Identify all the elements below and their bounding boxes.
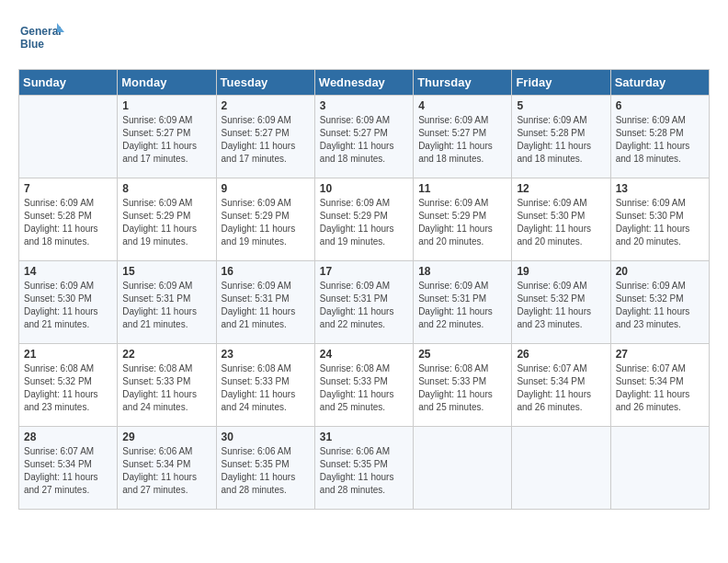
day-info: Sunrise: 6:08 AM Sunset: 5:33 PM Dayligh… [320, 362, 408, 414]
day-number: 5 [517, 99, 605, 112]
day-info: Sunrise: 6:09 AM Sunset: 5:29 PM Dayligh… [320, 197, 408, 248]
calendar-week-row: 1Sunrise: 6:09 AM Sunset: 5:27 PM Daylig… [19, 96, 710, 178]
calendar-cell: 9Sunrise: 6:09 AM Sunset: 5:29 PM Daylig… [216, 178, 314, 261]
calendar-cell: 21Sunrise: 6:08 AM Sunset: 5:32 PM Dayli… [19, 344, 118, 427]
day-number: 11 [418, 182, 506, 195]
day-number: 16 [222, 265, 310, 278]
day-number: 28 [24, 431, 112, 443]
day-number: 1 [122, 99, 210, 112]
calendar-cell: 11Sunrise: 6:09 AM Sunset: 5:29 PM Dayli… [414, 178, 512, 261]
day-number: 4 [418, 99, 506, 112]
day-info: Sunrise: 6:09 AM Sunset: 5:29 PM Dayligh… [418, 197, 506, 248]
day-number: 25 [418, 348, 506, 361]
calendar-cell: 20Sunrise: 6:09 AM Sunset: 5:32 PM Dayli… [610, 261, 709, 344]
calendar-cell: 4Sunrise: 6:09 AM Sunset: 5:27 PM Daylig… [414, 96, 512, 178]
day-number: 17 [320, 265, 408, 278]
day-number: 19 [517, 265, 605, 278]
calendar-cell: 5Sunrise: 6:09 AM Sunset: 5:28 PM Daylig… [512, 96, 610, 178]
logo-svg: General Blue [18, 18, 64, 60]
calendar-cell: 16Sunrise: 6:09 AM Sunset: 5:31 PM Dayli… [216, 261, 314, 344]
calendar-cell: 23Sunrise: 6:08 AM Sunset: 5:33 PM Dayli… [216, 344, 314, 427]
logo: General Blue [18, 18, 64, 60]
calendar-cell: 2Sunrise: 6:09 AM Sunset: 5:27 PM Daylig… [216, 96, 314, 178]
day-info: Sunrise: 6:09 AM Sunset: 5:30 PM Dayligh… [616, 197, 704, 248]
calendar-cell [610, 427, 709, 510]
calendar-cell [414, 427, 512, 510]
day-info: Sunrise: 6:09 AM Sunset: 5:29 PM Dayligh… [122, 197, 210, 248]
calendar-cell: 30Sunrise: 6:06 AM Sunset: 5:35 PM Dayli… [216, 427, 314, 510]
calendar-cell: 6Sunrise: 6:09 AM Sunset: 5:28 PM Daylig… [610, 96, 709, 178]
day-info: Sunrise: 6:09 AM Sunset: 5:30 PM Dayligh… [24, 280, 112, 331]
calendar-cell: 15Sunrise: 6:09 AM Sunset: 5:31 PM Dayli… [118, 261, 216, 344]
day-info: Sunrise: 6:09 AM Sunset: 5:27 PM Dayligh… [222, 114, 310, 166]
day-info: Sunrise: 6:06 AM Sunset: 5:34 PM Dayligh… [122, 445, 210, 497]
column-header-sunday: Sunday [19, 70, 118, 96]
calendar-cell: 18Sunrise: 6:09 AM Sunset: 5:31 PM Dayli… [414, 261, 512, 344]
calendar-cell: 31Sunrise: 6:06 AM Sunset: 5:35 PM Dayli… [314, 427, 413, 510]
calendar-cell: 26Sunrise: 6:07 AM Sunset: 5:34 PM Dayli… [512, 344, 610, 427]
column-header-thursday: Thursday [414, 70, 512, 96]
calendar-cell: 24Sunrise: 6:08 AM Sunset: 5:33 PM Dayli… [314, 344, 413, 427]
day-info: Sunrise: 6:07 AM Sunset: 5:34 PM Dayligh… [517, 362, 605, 414]
day-number: 21 [24, 348, 112, 361]
column-header-wednesday: Wednesday [314, 70, 413, 96]
day-number: 29 [122, 431, 210, 443]
day-number: 24 [320, 348, 408, 361]
day-number: 31 [320, 431, 408, 443]
column-header-tuesday: Tuesday [216, 70, 314, 96]
day-number: 9 [222, 182, 310, 195]
day-number: 2 [222, 99, 310, 112]
day-info: Sunrise: 6:09 AM Sunset: 5:31 PM Dayligh… [418, 280, 506, 331]
day-number: 14 [24, 265, 112, 278]
column-header-saturday: Saturday [610, 70, 709, 96]
day-number: 8 [122, 182, 210, 195]
day-number: 3 [320, 99, 408, 112]
day-info: Sunrise: 6:09 AM Sunset: 5:27 PM Dayligh… [418, 114, 506, 166]
day-info: Sunrise: 6:09 AM Sunset: 5:32 PM Dayligh… [616, 280, 704, 331]
day-info: Sunrise: 6:06 AM Sunset: 5:35 PM Dayligh… [320, 445, 408, 497]
calendar-week-row: 14Sunrise: 6:09 AM Sunset: 5:30 PM Dayli… [19, 261, 710, 344]
calendar-cell [512, 427, 610, 510]
calendar-cell: 12Sunrise: 6:09 AM Sunset: 5:30 PM Dayli… [512, 178, 610, 261]
calendar-header-row: SundayMondayTuesdayWednesdayThursdayFrid… [19, 70, 710, 96]
page-header: General Blue [18, 18, 710, 60]
day-info: Sunrise: 6:09 AM Sunset: 5:29 PM Dayligh… [222, 197, 310, 248]
calendar-cell [19, 96, 118, 178]
calendar-cell: 13Sunrise: 6:09 AM Sunset: 5:30 PM Dayli… [610, 178, 709, 261]
column-header-friday: Friday [512, 70, 610, 96]
calendar-cell: 29Sunrise: 6:06 AM Sunset: 5:34 PM Dayli… [118, 427, 216, 510]
day-number: 15 [122, 265, 210, 278]
day-number: 13 [616, 182, 704, 195]
calendar-cell: 7Sunrise: 6:09 AM Sunset: 5:28 PM Daylig… [19, 178, 118, 261]
calendar-cell: 3Sunrise: 6:09 AM Sunset: 5:27 PM Daylig… [314, 96, 413, 178]
calendar-table: SundayMondayTuesdayWednesdayThursdayFrid… [18, 69, 710, 510]
calendar-week-row: 7Sunrise: 6:09 AM Sunset: 5:28 PM Daylig… [19, 178, 710, 261]
calendar-cell: 17Sunrise: 6:09 AM Sunset: 5:31 PM Dayli… [314, 261, 413, 344]
day-info: Sunrise: 6:09 AM Sunset: 5:31 PM Dayligh… [122, 280, 210, 331]
day-info: Sunrise: 6:09 AM Sunset: 5:28 PM Dayligh… [24, 197, 112, 248]
day-info: Sunrise: 6:08 AM Sunset: 5:33 PM Dayligh… [418, 362, 506, 414]
day-info: Sunrise: 6:09 AM Sunset: 5:27 PM Dayligh… [320, 114, 408, 166]
day-info: Sunrise: 6:09 AM Sunset: 5:27 PM Dayligh… [122, 114, 210, 166]
day-info: Sunrise: 6:08 AM Sunset: 5:33 PM Dayligh… [222, 362, 310, 414]
svg-text:General: General [20, 25, 62, 38]
column-header-monday: Monday [118, 70, 216, 96]
svg-text:Blue: Blue [20, 38, 44, 51]
calendar-cell: 1Sunrise: 6:09 AM Sunset: 5:27 PM Daylig… [118, 96, 216, 178]
calendar-cell: 19Sunrise: 6:09 AM Sunset: 5:32 PM Dayli… [512, 261, 610, 344]
calendar-cell: 8Sunrise: 6:09 AM Sunset: 5:29 PM Daylig… [118, 178, 216, 261]
day-info: Sunrise: 6:09 AM Sunset: 5:28 PM Dayligh… [517, 114, 605, 166]
day-number: 18 [418, 265, 506, 278]
day-number: 27 [616, 348, 704, 361]
day-info: Sunrise: 6:09 AM Sunset: 5:30 PM Dayligh… [517, 197, 605, 248]
day-number: 20 [616, 265, 704, 278]
day-info: Sunrise: 6:08 AM Sunset: 5:33 PM Dayligh… [122, 362, 210, 414]
day-info: Sunrise: 6:06 AM Sunset: 5:35 PM Dayligh… [222, 445, 310, 497]
day-number: 10 [320, 182, 408, 195]
calendar-week-row: 28Sunrise: 6:07 AM Sunset: 5:34 PM Dayli… [19, 427, 710, 510]
calendar-cell: 27Sunrise: 6:07 AM Sunset: 5:34 PM Dayli… [610, 344, 709, 427]
day-info: Sunrise: 6:09 AM Sunset: 5:28 PM Dayligh… [616, 114, 704, 166]
day-number: 7 [24, 182, 112, 195]
day-info: Sunrise: 6:07 AM Sunset: 5:34 PM Dayligh… [24, 445, 112, 497]
calendar-cell: 14Sunrise: 6:09 AM Sunset: 5:30 PM Dayli… [19, 261, 118, 344]
